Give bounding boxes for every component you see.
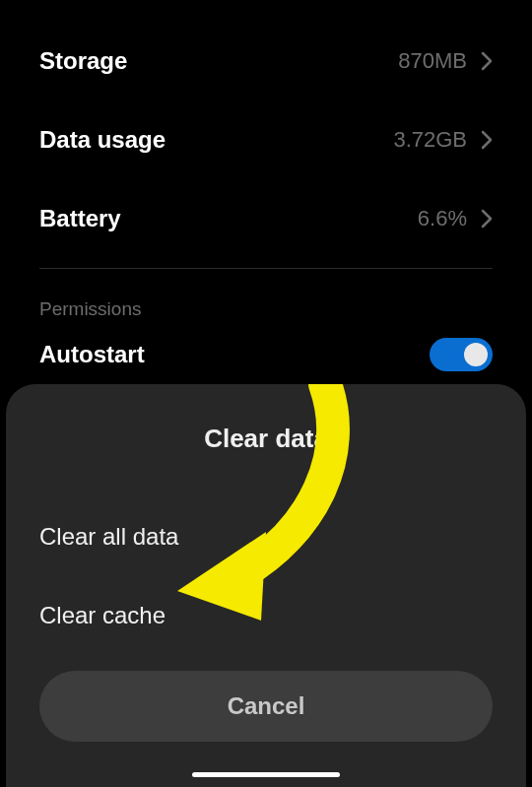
row-label: Battery	[39, 205, 121, 232]
option-clear-cache[interactable]: Clear cache	[6, 576, 526, 655]
row-label: Autostart	[39, 341, 145, 368]
chevron-right-icon	[481, 209, 493, 229]
toggle-switch[interactable]	[430, 338, 493, 371]
option-clear-all-data[interactable]: Clear all data	[6, 497, 526, 576]
row-data-usage[interactable]: Data usage 3.72GB	[39, 100, 493, 179]
divider	[39, 268, 493, 269]
sheet-title: Clear data	[6, 424, 526, 454]
row-value: 870MB	[398, 48, 467, 74]
row-value: 3.72GB	[393, 127, 467, 153]
bottom-sheet: Clear data Clear all data Clear cache Ca…	[6, 384, 526, 787]
row-storage[interactable]: Storage 870MB	[39, 22, 493, 100]
chevron-right-icon	[481, 51, 493, 71]
chevron-right-icon	[481, 130, 493, 150]
row-battery[interactable]: Battery 6.6%	[39, 179, 493, 258]
home-indicator[interactable]	[192, 772, 340, 777]
cancel-button[interactable]: Cancel	[39, 671, 493, 742]
section-header-permissions: Permissions	[39, 298, 493, 320]
row-autostart[interactable]: Autostart	[39, 338, 493, 371]
row-label: Data usage	[39, 126, 166, 154]
row-label: Storage	[39, 47, 127, 75]
toggle-knob	[464, 343, 488, 366]
row-value: 6.6%	[418, 206, 467, 231]
